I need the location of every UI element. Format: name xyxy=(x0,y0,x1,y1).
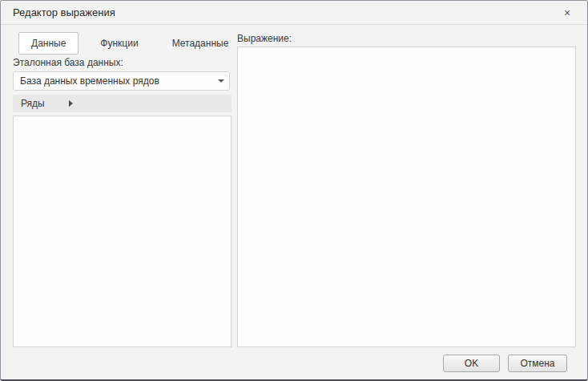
database-combobox[interactable]: База данных временных рядов xyxy=(13,71,230,91)
close-icon[interactable]: × xyxy=(558,4,576,22)
tab-functions[interactable]: Функции xyxy=(88,32,150,55)
reference-database-label: Эталонная база данных: xyxy=(13,57,123,68)
expression-input[interactable] xyxy=(237,47,576,347)
ok-button-label: OK xyxy=(465,358,478,369)
series-group-row[interactable]: Ряды xyxy=(13,95,232,112)
expression-editor-dialog: Редактор выражения × Данные Функции Мета… xyxy=(0,0,588,381)
dropdown-arrow-icon[interactable] xyxy=(213,72,229,90)
dialog-title: Редактор выражения xyxy=(13,6,115,18)
expression-label: Выражение: xyxy=(237,33,292,44)
cancel-button-label: Отмена xyxy=(520,358,554,369)
series-group-label: Ряды xyxy=(21,98,45,109)
title-bar: Редактор выражения × xyxy=(1,1,587,25)
database-combobox-value: База данных временных рядов xyxy=(20,75,213,87)
tab-data[interactable]: Данные xyxy=(18,32,79,55)
series-listbox[interactable] xyxy=(13,116,232,347)
expander-right-icon[interactable] xyxy=(69,100,73,107)
tab-functions-label: Функции xyxy=(100,38,138,49)
tab-metadata-label: Метаданные xyxy=(172,38,229,49)
tab-strip: Данные Функции Метаданные xyxy=(18,32,240,55)
tab-data-label: Данные xyxy=(31,38,66,49)
tab-metadata[interactable]: Метаданные xyxy=(160,32,241,55)
ok-button[interactable]: OK xyxy=(443,355,500,372)
cancel-button[interactable]: Отмена xyxy=(508,355,567,372)
